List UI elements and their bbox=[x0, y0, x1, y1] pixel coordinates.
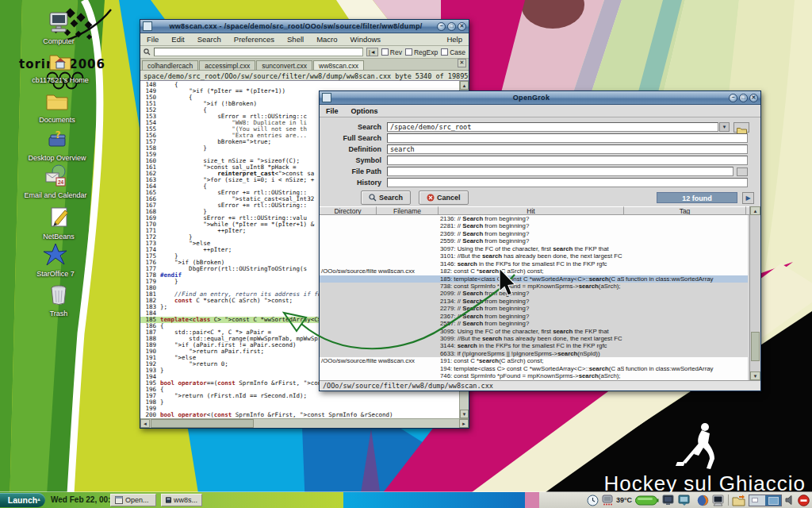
close-icon[interactable]: ✕ bbox=[458, 22, 466, 31]
column-header-directory[interactable]: Directory bbox=[320, 206, 377, 215]
workspace-pager[interactable] bbox=[749, 495, 782, 506]
column-header-tag[interactable]: Tag bbox=[624, 206, 746, 215]
cancel-button[interactable]: Cancel bbox=[419, 190, 469, 205]
regexp-checkbox[interactable]: RegExp bbox=[405, 48, 438, 56]
result-row[interactable]: 194: template<class C> const C *wwSorted… bbox=[320, 365, 748, 372]
scroll-left-icon[interactable]: ◄ bbox=[140, 419, 150, 428]
menu-preferences[interactable]: Preferences bbox=[228, 33, 281, 45]
maximize-icon[interactable]: □ bbox=[447, 22, 456, 31]
scrollbar-thumb[interactable] bbox=[151, 419, 254, 428]
menu-edit[interactable]: Edit bbox=[165, 33, 190, 45]
result-row[interactable]: 3095: Using the FC of the character, fir… bbox=[320, 328, 748, 335]
results-vertical-scrollbar[interactable]: ▲ ▼ bbox=[749, 206, 760, 380]
scroll-right-icon[interactable]: ► bbox=[459, 419, 469, 428]
chevron-down-icon[interactable]: ▼ bbox=[719, 122, 730, 132]
desktop-icon-computer[interactable]: Computer bbox=[15, 10, 102, 45]
volume-icon[interactable] bbox=[785, 495, 795, 506]
column-header-hit[interactable]: Hit bbox=[439, 206, 624, 215]
result-row[interactable]: 3101: //But the search has already been … bbox=[320, 252, 748, 260]
result-row[interactable]: 2134: // Search from beginning? bbox=[320, 298, 748, 305]
menu-windows[interactable]: Windows bbox=[344, 33, 388, 45]
desktop-icon-netbeans[interactable]: NetBeans bbox=[15, 206, 102, 241]
result-row[interactable]: 2557: // Search from beginning? bbox=[320, 320, 748, 327]
result-row[interactable]: 738: const SprmInfo *pFound = mpKnownSpr… bbox=[320, 283, 748, 290]
desktop-icon-email-calendar[interactable]: 24Email and Calendar bbox=[12, 164, 99, 199]
find-input[interactable] bbox=[154, 48, 363, 56]
remote-desktop-icon[interactable] bbox=[678, 495, 691, 506]
case-checkbox[interactable]: Case bbox=[441, 48, 465, 56]
result-row[interactable]: 2279: // Search from beginning? bbox=[320, 305, 748, 312]
tab-close-icon[interactable]: ✕ bbox=[458, 59, 466, 67]
scroll-up-icon[interactable]: ▲ bbox=[460, 81, 469, 90]
result-row[interactable]: 2559: // Search from beginning? bbox=[320, 237, 748, 244]
minimize-icon[interactable]: − bbox=[437, 22, 446, 31]
find-backward-button[interactable]: |◄ bbox=[366, 48, 378, 56]
task-button-open[interactable]: Open... bbox=[110, 494, 156, 506]
result-row[interactable]: /OOo/sw/source/filter/...ww8scan.cxx191:… bbox=[320, 357, 748, 364]
result-row-selected[interactable]: 185: template<class C> const C *wwSorted… bbox=[320, 275, 748, 283]
workspace-1[interactable] bbox=[749, 495, 765, 506]
display-icon[interactable] bbox=[662, 495, 675, 506]
search-field[interactable]: /space/demo/src_root bbox=[387, 122, 718, 132]
menu-search[interactable]: Search bbox=[191, 33, 228, 45]
menu-options[interactable]: Options bbox=[345, 106, 385, 117]
result-row[interactable]: /OOo/sw/source/filter/...ww8scan.cxx182:… bbox=[320, 267, 748, 275]
results-rows[interactable]: 2136: // Search from beginning?2281: // … bbox=[320, 215, 748, 380]
result-row[interactable]: 3097: Using the FC of the character, fir… bbox=[320, 245, 748, 252]
menu-file[interactable]: File bbox=[320, 106, 345, 117]
result-row[interactable]: 2136: // Search from beginning? bbox=[320, 215, 748, 222]
battery-icon[interactable] bbox=[635, 495, 659, 506]
column-header-filename[interactable]: Filename bbox=[377, 206, 439, 215]
result-row[interactable]: 6633: if (!pIgnoreSprms || !pIgnoreSprms… bbox=[320, 350, 748, 357]
desktop-icon-home[interactable]: cb117521's Home bbox=[17, 49, 104, 84]
firefox-icon[interactable] bbox=[697, 495, 709, 506]
opengrok-titlebar[interactable]: OpenGrok − □ ✕ bbox=[320, 91, 760, 105]
launch-button[interactable]: Launch ▲ bbox=[0, 493, 45, 507]
file-path-field[interactable] bbox=[387, 167, 733, 176]
menu-macro[interactable]: Macro bbox=[310, 33, 343, 45]
result-row[interactable]: 2367: // Search from beginning? bbox=[320, 313, 748, 320]
tab-colhandlercach[interactable]: colhandlercach bbox=[142, 60, 198, 70]
scrollbar-thumb[interactable] bbox=[751, 332, 760, 361]
scroll-down-icon[interactable]: ▼ bbox=[750, 371, 760, 380]
scroll-up-icon[interactable]: ▲ bbox=[750, 206, 760, 215]
definition-field[interactable]: search bbox=[387, 144, 748, 154]
scroll-down-icon[interactable]: ▼ bbox=[460, 410, 469, 418]
tab-ww8scan-cxx[interactable]: ww8scan.cxx bbox=[313, 60, 364, 70]
desktop-icon-trash[interactable]: Trash bbox=[15, 283, 102, 318]
logout-icon[interactable] bbox=[798, 495, 810, 506]
minimize-icon[interactable]: − bbox=[729, 94, 737, 102]
tab-accessimpl-cxx[interactable]: accessimpl.cxx bbox=[199, 60, 255, 70]
history-field[interactable] bbox=[387, 178, 748, 187]
rev-checkbox[interactable]: Rev bbox=[381, 48, 402, 56]
tab-sunconvert-cxx[interactable]: sunconvert.cxx bbox=[256, 60, 312, 70]
result-row[interactable]: 2099: // Search from beginning? bbox=[320, 290, 748, 297]
menu-file[interactable]: File bbox=[140, 33, 165, 45]
editor-titlebar[interactable]: ww8scan.cxx - /space/demo/src_root/OOo/s… bbox=[140, 20, 469, 33]
file-manager-icon[interactable] bbox=[732, 495, 745, 506]
close-icon[interactable]: ✕ bbox=[749, 94, 758, 102]
full-search-field[interactable] bbox=[387, 133, 748, 143]
next-page-button[interactable]: ▶ bbox=[742, 192, 754, 204]
clock-icon[interactable] bbox=[587, 495, 599, 506]
folder-browse-button[interactable] bbox=[733, 122, 749, 133]
result-row[interactable]: 3146: search in the FKPs for the smalles… bbox=[320, 260, 748, 267]
browse-button[interactable] bbox=[737, 167, 748, 176]
editor-horizontal-scrollbar[interactable]: ◄ ► bbox=[140, 418, 469, 428]
desktop-icon-documents[interactable]: Documents bbox=[13, 89, 101, 124]
maximize-icon[interactable]: □ bbox=[739, 94, 748, 102]
symbol-field[interactable] bbox=[387, 156, 748, 165]
result-row[interactable]: 3099: //But the search has already been … bbox=[320, 335, 748, 342]
workspace-2[interactable] bbox=[765, 495, 781, 506]
desktop-icon-staroffice[interactable]: StarOffice 7 bbox=[12, 243, 99, 278]
result-row[interactable]: 3144: search in the FKPs for the smalles… bbox=[320, 342, 748, 349]
terminal-icon[interactable] bbox=[712, 495, 725, 506]
network-icon[interactable] bbox=[602, 495, 613, 506]
menu-shell[interactable]: Shell bbox=[281, 33, 310, 45]
result-row[interactable]: 746: const SprmInfo *pFound = mpKnownSpr… bbox=[320, 372, 748, 379]
result-row[interactable]: 2369: // Search from beginning? bbox=[320, 230, 748, 237]
search-button[interactable]: Search bbox=[361, 190, 411, 205]
desktop-icon-desktop-overview[interactable]: ?Desktop Overview bbox=[13, 127, 101, 162]
result-row[interactable]: 2281: // Search from beginning? bbox=[320, 222, 748, 229]
menu-help[interactable]: Help bbox=[440, 33, 469, 45]
